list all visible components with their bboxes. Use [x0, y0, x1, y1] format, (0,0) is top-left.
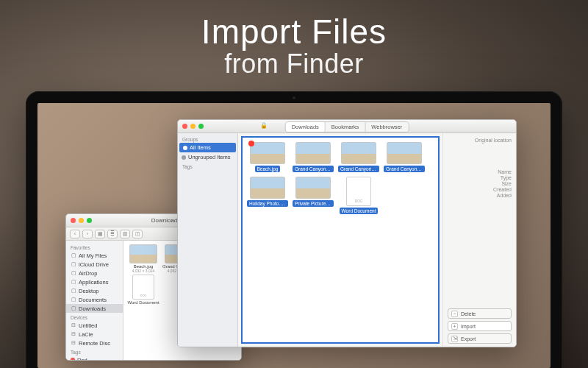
drop-zone[interactable]: Beach.jpgGrand Canyon 2.jpgGrand Canyon …	[241, 136, 440, 344]
item-label: Beach.jpg	[255, 166, 281, 172]
imported-item[interactable]: Grand Canyon.jpg	[384, 142, 425, 174]
tags-heading: Tags	[66, 347, 123, 355]
tab-downloads[interactable]: Downloads	[286, 122, 326, 132]
item-label: Private Picture.jpg	[293, 200, 334, 207]
laptop-frame: Downloads ‹ › ▦ ≣ ▥ ◫ Favorites ▢All My …	[26, 91, 562, 368]
view-icon-button[interactable]: ▦	[95, 230, 105, 238]
sidebar-item-label: Documents	[79, 297, 107, 303]
sidebar-item-label: Downloads	[79, 305, 106, 312]
group-label: Ungrouped Items	[188, 154, 231, 160]
forward-button[interactable]: ›	[82, 230, 93, 238]
close-icon[interactable]	[71, 218, 76, 223]
back-button[interactable]: ‹	[70, 230, 80, 238]
group-item[interactable]: All Items	[179, 143, 236, 152]
export-icon: ⇲	[451, 336, 458, 342]
minimize-icon[interactable]	[190, 124, 196, 129]
sidebar-item[interactable]: ▢Applications	[66, 277, 123, 286]
folder-icon: ▢	[71, 279, 76, 285]
app-window[interactable]: 🔒 DownloadsBookmarksWebbrowser Groups Al…	[177, 119, 517, 347]
document-icon	[346, 177, 371, 206]
document-icon	[132, 275, 154, 300]
headline-line1: Import Files	[0, 12, 588, 52]
item-label: Grand Canyon 2.jpg	[293, 166, 334, 172]
sidebar-item[interactable]: ▢iCloud Drive	[66, 260, 123, 269]
zoom-icon[interactable]	[198, 124, 204, 129]
sidebar-item[interactable]: ⊟Remote Disc	[66, 339, 123, 347]
bullet-icon	[182, 155, 186, 160]
image-thumbnail	[250, 177, 285, 199]
folder-icon: ⊟	[71, 331, 76, 337]
imported-item[interactable]: Holiday Photo.jpg	[247, 177, 288, 216]
folder-icon: ▢	[71, 261, 76, 267]
segmented-tabs: DownloadsBookmarksWebbrowser	[285, 121, 409, 132]
promo-headline: Import Files from Finder	[0, 12, 588, 79]
tag-dot-icon	[71, 358, 75, 360]
sidebar-item-label: Applications	[79, 279, 108, 286]
details-panel: Original location NameTypeSizeCreatedAdd…	[442, 133, 516, 347]
item-label: Grand Canyon 3.jpg	[338, 166, 379, 172]
image-thumbnail	[295, 142, 331, 164]
devices-heading: Devices	[66, 313, 123, 321]
imported-item[interactable]: Beach.jpg	[247, 142, 288, 174]
view-column-button[interactable]: ▥	[120, 230, 130, 238]
group-label: All Items	[190, 144, 211, 151]
file-item[interactable]: Word Document	[127, 275, 159, 305]
folder-icon: ▢	[71, 288, 76, 294]
folder-icon: ⊟	[71, 340, 76, 346]
zoom-icon[interactable]	[87, 218, 92, 223]
app-sidebar: Groups All ItemsUngrouped Items Tags	[178, 133, 238, 347]
sidebar-item[interactable]: ▢Documents	[66, 295, 123, 304]
detail-field-label: Added	[448, 192, 512, 198]
imported-item[interactable]: Private Picture.jpg	[293, 177, 334, 216]
sidebar-item-label: All My Files	[79, 252, 107, 259]
detail-field-label: Created	[448, 186, 512, 192]
traffic-lights	[71, 218, 92, 223]
detail-field-label: Name	[448, 169, 512, 174]
file-item[interactable]: Beach.jpg4,032 × 3,024	[127, 244, 159, 273]
tab-bookmarks[interactable]: Bookmarks	[326, 122, 366, 132]
import-button[interactable]: + Import	[448, 321, 512, 331]
minimize-icon[interactable]	[79, 218, 84, 223]
item-label: Word Document	[340, 208, 379, 214]
file-meta: 4,032 × 3,024	[127, 269, 159, 273]
sidebar-item[interactable]: ▢AirDrop	[66, 269, 123, 277]
group-item[interactable]: Ungrouped Items	[178, 152, 237, 162]
close-icon[interactable]	[182, 124, 187, 129]
image-thumbnail	[341, 142, 376, 164]
sidebar-item[interactable]: ▢All My Files	[66, 251, 123, 260]
imported-item[interactable]: Word Document	[338, 177, 379, 216]
sidebar-item-label: Untitled	[79, 322, 97, 329]
detail-field-label: Size	[448, 180, 512, 186]
sidebar-item-label: iCloud Drive	[79, 261, 109, 268]
item-label: Holiday Photo.jpg	[247, 200, 288, 207]
sidebar-item[interactable]: ▢Desktop	[66, 286, 123, 295]
view-gallery-button[interactable]: ◫	[132, 230, 143, 238]
tab-webbrowser[interactable]: Webbrowser	[365, 122, 408, 132]
image-thumbnail	[250, 142, 285, 164]
original-location-label: Original location	[448, 138, 512, 143]
sidebar-item-label: Red	[77, 357, 87, 361]
image-thumbnail	[129, 244, 157, 263]
delete-button[interactable]: − Delete	[448, 308, 512, 319]
plus-icon: +	[451, 323, 458, 330]
folder-icon: ▢	[71, 252, 76, 258]
view-list-button[interactable]: ≣	[107, 230, 118, 238]
sidebar-item[interactable]: ▢Downloads	[66, 304, 123, 313]
sidebar-item[interactable]: ⊟Untitled	[66, 321, 123, 330]
imported-item[interactable]: Grand Canyon 2.jpg	[293, 142, 334, 174]
toolbar-lock-group: 🔒	[260, 122, 268, 129]
groups-heading: Groups	[178, 135, 237, 143]
lock-icon[interactable]: 🔒	[260, 122, 268, 129]
image-thumbnail	[295, 177, 331, 199]
export-button[interactable]: ⇲ Export	[448, 333, 512, 344]
folder-icon: ⊟	[71, 322, 76, 328]
detail-field-label: Type	[448, 174, 512, 180]
sidebar-item[interactable]: Red	[66, 355, 123, 360]
sidebar-item[interactable]: ⊟LaCie	[66, 330, 123, 339]
app-titlebar[interactable]: 🔒 DownloadsBookmarksWebbrowser	[178, 120, 516, 133]
imported-item[interactable]: Grand Canyon 3.jpg	[338, 142, 379, 174]
sidebar-item-label: AirDrop	[79, 270, 97, 277]
minus-icon: −	[451, 311, 458, 317]
bullet-icon	[183, 146, 187, 150]
desktop: Downloads ‹ › ▦ ≣ ▥ ◫ Favorites ▢All My …	[37, 103, 551, 368]
